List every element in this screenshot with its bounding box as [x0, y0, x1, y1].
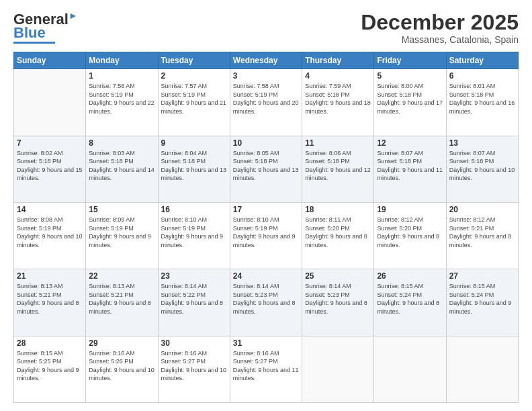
table-row: 3Sunrise: 7:58 AMSunset: 5:19 PMDaylight…	[230, 69, 302, 136]
table-row: 27Sunrise: 8:15 AMSunset: 5:24 PMDayligh…	[446, 269, 518, 336]
col-friday: Friday	[374, 52, 446, 69]
calendar-week-row: 1Sunrise: 7:56 AMSunset: 5:19 PMDaylight…	[14, 69, 519, 136]
table-row: 18Sunrise: 8:11 AMSunset: 5:20 PMDayligh…	[302, 202, 374, 269]
day-number: 3	[233, 71, 299, 81]
col-thursday: Thursday	[302, 52, 374, 69]
day-number: 24	[233, 271, 299, 281]
table-row: 12Sunrise: 8:07 AMSunset: 5:18 PMDayligh…	[374, 136, 446, 202]
table-row: 19Sunrise: 8:12 AMSunset: 5:20 PMDayligh…	[374, 202, 446, 269]
table-row: 24Sunrise: 8:14 AMSunset: 5:23 PMDayligh…	[230, 269, 302, 336]
day-info: Sunrise: 8:09 AMSunset: 5:19 PMDaylight:…	[89, 216, 154, 249]
day-info: Sunrise: 8:16 AMSunset: 5:27 PMDaylight:…	[161, 349, 227, 383]
day-info: Sunrise: 8:15 AMSunset: 5:24 PMDaylight:…	[449, 282, 515, 316]
day-info: Sunrise: 8:14 AMSunset: 5:23 PMDaylight:…	[305, 282, 371, 316]
table-row: 16Sunrise: 8:10 AMSunset: 5:19 PMDayligh…	[158, 202, 230, 269]
day-number: 17	[233, 205, 299, 214]
day-info: Sunrise: 7:57 AMSunset: 5:19 PMDaylight:…	[161, 82, 227, 116]
day-number: 5	[377, 71, 443, 81]
table-row: 13Sunrise: 8:07 AMSunset: 5:18 PMDayligh…	[446, 136, 518, 202]
table-row: 14Sunrise: 8:08 AMSunset: 5:19 PMDayligh…	[14, 202, 86, 269]
table-row: 21Sunrise: 8:13 AMSunset: 5:21 PMDayligh…	[14, 269, 86, 336]
table-row: 5Sunrise: 8:00 AMSunset: 5:18 PMDaylight…	[374, 69, 446, 136]
day-number: 18	[305, 205, 371, 214]
table-row: 10Sunrise: 8:05 AMSunset: 5:18 PMDayligh…	[230, 136, 302, 202]
day-number: 19	[377, 205, 443, 214]
day-info: Sunrise: 8:12 AMSunset: 5:20 PMDaylight:…	[377, 216, 443, 249]
day-number: 1	[89, 71, 154, 81]
day-info: Sunrise: 8:01 AMSunset: 5:18 PMDaylight:…	[449, 82, 515, 116]
day-number: 30	[161, 338, 227, 348]
day-info: Sunrise: 8:16 AMSunset: 5:26 PMDaylight:…	[89, 349, 154, 383]
table-row: 7Sunrise: 8:02 AMSunset: 5:18 PMDaylight…	[14, 136, 86, 202]
day-number: 12	[377, 138, 443, 148]
location: Massanes, Catalonia, Spain	[361, 34, 519, 45]
calendar-week-row: 7Sunrise: 8:02 AMSunset: 5:18 PMDaylight…	[14, 136, 519, 202]
header: General► Blue December 2025 Massanes, Ca…	[13, 11, 519, 45]
col-saturday: Saturday	[446, 52, 518, 69]
col-sunday: Sunday	[14, 52, 86, 69]
table-row: 17Sunrise: 8:10 AMSunset: 5:19 PMDayligh…	[230, 202, 302, 269]
table-row: 28Sunrise: 8:15 AMSunset: 5:25 PMDayligh…	[14, 336, 86, 402]
title-area: December 2025 Massanes, Catalonia, Spain	[361, 11, 519, 45]
table-row: 30Sunrise: 8:16 AMSunset: 5:27 PMDayligh…	[158, 336, 230, 402]
day-info: Sunrise: 8:00 AMSunset: 5:18 PMDaylight:…	[377, 82, 443, 116]
day-number: 4	[305, 71, 371, 81]
table-row: 11Sunrise: 8:06 AMSunset: 5:18 PMDayligh…	[302, 136, 374, 202]
day-number: 14	[17, 205, 83, 214]
day-info: Sunrise: 8:10 AMSunset: 5:19 PMDaylight:…	[233, 216, 299, 249]
calendar-header-row: Sunday Monday Tuesday Wednesday Thursday…	[14, 52, 519, 69]
page: General► Blue December 2025 Massanes, Ca…	[0, 0, 532, 411]
day-number: 28	[17, 338, 83, 348]
day-info: Sunrise: 8:13 AMSunset: 5:21 PMDaylight:…	[17, 282, 83, 316]
table-row: 9Sunrise: 8:04 AMSunset: 5:18 PMDaylight…	[158, 136, 230, 202]
table-row: 23Sunrise: 8:14 AMSunset: 5:22 PMDayligh…	[158, 269, 230, 336]
table-row: 29Sunrise: 8:16 AMSunset: 5:26 PMDayligh…	[86, 336, 158, 402]
day-info: Sunrise: 8:15 AMSunset: 5:25 PMDaylight:…	[17, 349, 83, 383]
table-row: 22Sunrise: 8:13 AMSunset: 5:21 PMDayligh…	[86, 269, 158, 336]
day-info: Sunrise: 8:15 AMSunset: 5:24 PMDaylight:…	[377, 282, 443, 316]
day-info: Sunrise: 8:10 AMSunset: 5:19 PMDaylight:…	[161, 216, 227, 249]
calendar-week-row: 21Sunrise: 8:13 AMSunset: 5:21 PMDayligh…	[14, 269, 519, 336]
day-info: Sunrise: 8:14 AMSunset: 5:22 PMDaylight:…	[161, 282, 227, 316]
table-row	[374, 336, 446, 402]
logo-underline	[13, 42, 55, 44]
day-number: 21	[17, 271, 83, 281]
day-info: Sunrise: 8:14 AMSunset: 5:23 PMDaylight:…	[233, 282, 299, 316]
day-info: Sunrise: 7:56 AMSunset: 5:19 PMDaylight:…	[89, 82, 154, 116]
calendar-week-row: 14Sunrise: 8:08 AMSunset: 5:19 PMDayligh…	[14, 202, 519, 269]
day-number: 22	[89, 271, 154, 281]
col-monday: Monday	[86, 52, 158, 69]
table-row: 1Sunrise: 7:56 AMSunset: 5:19 PMDaylight…	[86, 69, 158, 136]
table-row: 4Sunrise: 7:59 AMSunset: 5:18 PMDaylight…	[302, 69, 374, 136]
day-number: 25	[305, 271, 371, 281]
day-number: 7	[17, 138, 83, 148]
day-info: Sunrise: 8:02 AMSunset: 5:18 PMDaylight:…	[17, 149, 83, 183]
table-row: 25Sunrise: 8:14 AMSunset: 5:23 PMDayligh…	[302, 269, 374, 336]
day-number: 9	[161, 138, 227, 148]
day-number: 26	[377, 271, 443, 281]
table-row: 15Sunrise: 8:09 AMSunset: 5:19 PMDayligh…	[86, 202, 158, 269]
logo: General► Blue	[13, 11, 78, 44]
day-info: Sunrise: 8:08 AMSunset: 5:19 PMDaylight:…	[17, 216, 83, 249]
day-info: Sunrise: 8:05 AMSunset: 5:18 PMDaylight:…	[233, 149, 299, 183]
logo-icon: ►	[69, 10, 78, 21]
table-row	[302, 336, 374, 402]
table-row: 2Sunrise: 7:57 AMSunset: 5:19 PMDaylight…	[158, 69, 230, 136]
table-row: 6Sunrise: 8:01 AMSunset: 5:18 PMDaylight…	[446, 69, 518, 136]
day-info: Sunrise: 7:59 AMSunset: 5:18 PMDaylight:…	[305, 82, 371, 116]
day-number: 16	[161, 205, 227, 214]
day-number: 6	[449, 71, 515, 81]
table-row	[14, 69, 86, 136]
day-info: Sunrise: 8:07 AMSunset: 5:18 PMDaylight:…	[377, 149, 443, 183]
day-info: Sunrise: 8:04 AMSunset: 5:18 PMDaylight:…	[161, 149, 227, 183]
logo-text-blue: Blue	[13, 26, 46, 40]
table-row	[446, 336, 518, 402]
day-info: Sunrise: 8:06 AMSunset: 5:18 PMDaylight:…	[305, 149, 371, 183]
day-info: Sunrise: 8:03 AMSunset: 5:18 PMDaylight:…	[89, 149, 154, 183]
day-number: 31	[233, 338, 299, 348]
month-title: December 2025	[361, 11, 519, 34]
calendar-week-row: 28Sunrise: 8:15 AMSunset: 5:25 PMDayligh…	[14, 336, 519, 402]
day-info: Sunrise: 7:58 AMSunset: 5:19 PMDaylight:…	[233, 82, 299, 116]
day-number: 20	[449, 205, 515, 214]
day-number: 27	[449, 271, 515, 281]
